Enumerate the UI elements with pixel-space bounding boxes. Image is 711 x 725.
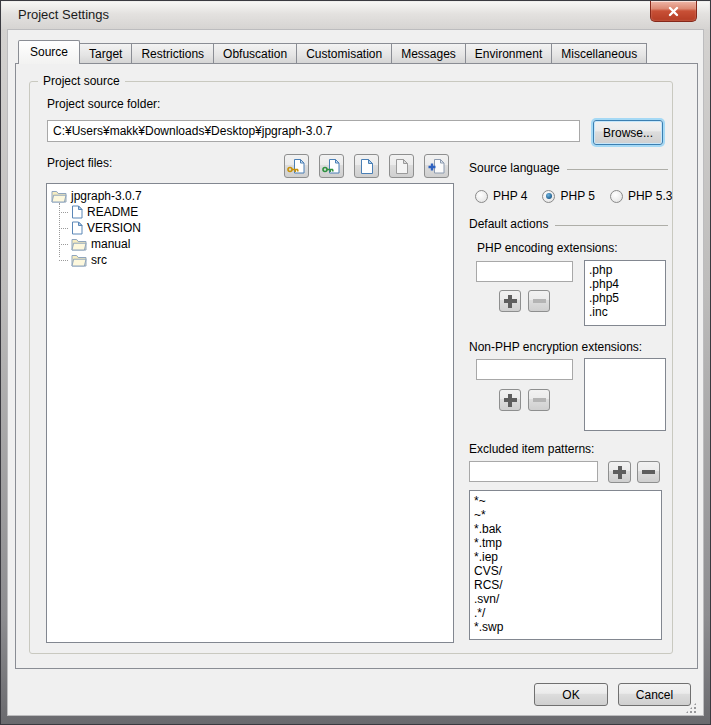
header-rule (555, 225, 668, 231)
tab-miscellaneous[interactable]: Miscellaneous (552, 43, 647, 64)
folder-icon (71, 254, 87, 267)
tab-environment[interactable]: Environment (466, 43, 552, 64)
encrypt-file-button[interactable] (319, 154, 344, 178)
project-settings-dialog: Project Settings Source Target Restricti… (0, 0, 711, 725)
radio-icon (610, 190, 623, 203)
excluded-patterns-remove-button[interactable] (637, 461, 660, 483)
encode-key-gold-file-icon (287, 158, 306, 175)
project-files-tree[interactable]: jpgraph-3.0.7 README VERSION (46, 183, 454, 643)
header-rule (567, 169, 668, 175)
tab-customisation[interactable]: Customisation (297, 43, 392, 64)
minus-icon (533, 299, 546, 303)
default-actions-label: Default actions (469, 217, 548, 231)
tree-item-version[interactable]: VERSION (47, 220, 453, 236)
radio-label: PHP 4 (493, 189, 527, 203)
list-item[interactable]: RCS/ (470, 578, 661, 592)
list-item[interactable]: .php (585, 263, 665, 277)
tree-item-label: VERSION (87, 221, 141, 235)
project-files-label: Project files: (47, 156, 112, 170)
groupbox-label: Project source (38, 74, 125, 88)
non-php-encryption-extensions-list[interactable] (584, 358, 666, 431)
blue-file-icon (359, 158, 374, 175)
folder-icon (51, 190, 67, 203)
add-file-icon (427, 158, 446, 175)
cancel-button[interactable]: Cancel (618, 683, 691, 706)
add-file-button[interactable] (424, 154, 449, 178)
non-php-encryption-add-button[interactable] (499, 389, 521, 411)
list-item[interactable]: *.iep (470, 550, 661, 564)
tab-restrictions[interactable]: Restrictions (132, 43, 214, 64)
radio-icon (475, 190, 488, 203)
minus-icon (642, 470, 655, 474)
list-item[interactable]: ~* (470, 508, 661, 522)
tree-item-manual[interactable]: manual (47, 236, 453, 252)
tab-strip: Source Target Restrictions Obfuscation C… (18, 40, 647, 64)
plain-file-button[interactable] (354, 154, 379, 178)
excluded-patterns-list[interactable]: *~ ~* *.bak *.tmp *.iep CVS/ RCS/ .svn/ … (469, 490, 662, 640)
titlebar[interactable]: Project Settings (2, 2, 709, 29)
excluded-patterns-input[interactable] (469, 461, 598, 482)
tree-item-label: jpgraph-3.0.7 (71, 189, 142, 203)
gray-file-icon (394, 158, 409, 175)
folder-label: Project source folder: (47, 97, 160, 111)
tab-target[interactable]: Target (80, 43, 132, 64)
tree-item-readme[interactable]: README (47, 204, 453, 220)
tab-source[interactable]: Source (18, 40, 80, 64)
list-item[interactable]: .php5 (585, 291, 665, 305)
source-language-header: Source language (469, 161, 668, 175)
encrypt-key-green-file-icon (322, 158, 341, 175)
source-folder-input[interactable] (47, 120, 580, 142)
list-item[interactable]: .svn/ (470, 592, 661, 606)
excluded-patterns-add-button[interactable] (608, 461, 631, 483)
php-encoding-add-button[interactable] (499, 290, 521, 312)
minus-icon (533, 398, 546, 402)
ok-button[interactable]: OK (534, 683, 608, 706)
tab-messages[interactable]: Messages (392, 43, 466, 64)
radio-php5[interactable]: PHP 5 (542, 189, 594, 203)
tree-item-label: manual (91, 237, 130, 251)
non-php-encryption-remove-button[interactable] (528, 389, 550, 411)
radio-label: PHP 5 (560, 189, 594, 203)
window-title: Project Settings (18, 2, 109, 28)
tree-item-src[interactable]: src (47, 252, 453, 268)
ignore-file-button[interactable] (389, 154, 414, 178)
tree-item-label: README (87, 205, 138, 219)
list-item[interactable]: *.tmp (470, 536, 661, 550)
source-language-label: Source language (469, 161, 560, 175)
php-encoding-remove-button[interactable] (528, 290, 550, 312)
radio-label: PHP 5.3 (628, 189, 672, 203)
radio-icon (542, 190, 555, 203)
file-icon (71, 221, 83, 235)
list-item[interactable]: .inc (585, 305, 665, 319)
close-icon (668, 6, 679, 17)
default-actions-header: Default actions (469, 217, 668, 231)
radio-php4[interactable]: PHP 4 (475, 189, 527, 203)
tree-item-root[interactable]: jpgraph-3.0.7 (47, 188, 453, 204)
browse-button[interactable]: Browse... (593, 120, 663, 145)
source-language-radios: PHP 4 PHP 5 PHP 5.3 (475, 189, 672, 203)
list-item[interactable]: .*/ (470, 606, 661, 620)
php-encoding-extensions-list[interactable]: .php .php4 .php5 .inc (584, 260, 666, 326)
list-item[interactable]: *~ (470, 494, 661, 508)
list-item[interactable]: *.bak (470, 522, 661, 536)
radio-php53[interactable]: PHP 5.3 (610, 189, 672, 203)
php-encoding-input[interactable] (476, 261, 573, 282)
file-icon (71, 205, 83, 219)
non-php-encryption-input[interactable] (476, 359, 573, 380)
list-item[interactable]: *.swp (470, 620, 661, 634)
php-encoding-label: PHP encoding extensions: (477, 241, 618, 255)
list-item[interactable]: CVS/ (470, 564, 661, 578)
encode-file-button[interactable] (284, 154, 309, 178)
close-button[interactable] (650, 1, 697, 22)
excluded-patterns-label: Excluded item patterns: (469, 442, 594, 456)
non-php-encryption-label: Non-PHP encryption extensions: (469, 340, 642, 354)
folder-icon (71, 238, 87, 251)
tree-item-label: src (91, 253, 107, 267)
list-item[interactable]: .php4 (585, 277, 665, 291)
tab-obfuscation[interactable]: Obfuscation (214, 43, 297, 64)
